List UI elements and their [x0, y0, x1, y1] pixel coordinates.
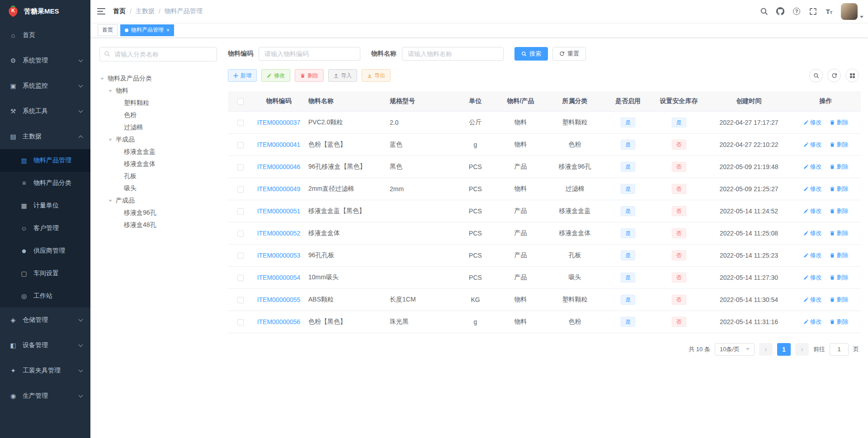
row-checkbox[interactable]	[237, 253, 244, 259]
material-code-link[interactable]: ITEM00000052	[257, 230, 301, 237]
row-checkbox[interactable]	[237, 120, 244, 126]
hamburger-icon[interactable]	[90, 0, 113, 23]
material-code-input[interactable]	[259, 47, 360, 61]
material-code-link[interactable]: ITEM00000054	[257, 274, 301, 281]
sidebar-item[interactable]: 计量单位	[0, 194, 90, 217]
tree-caret-icon[interactable]	[108, 137, 116, 143]
delete-link[interactable]: 删除	[830, 273, 848, 282]
sidebar-item[interactable]: 物料产品分类	[0, 172, 90, 194]
material-code-link[interactable]: ITEM00000051	[257, 207, 301, 215]
tree-node[interactable]: 孔板	[99, 170, 217, 182]
delete-link[interactable]: 删除	[830, 118, 848, 127]
delete-link[interactable]: 删除	[830, 207, 848, 215]
tree-caret-icon[interactable]	[108, 198, 116, 204]
current-page-button[interactable]: 1	[777, 343, 791, 356]
material-code-link[interactable]: ITEM00000053	[257, 252, 301, 259]
breadcrumb-item[interactable]: 主数据	[136, 7, 165, 15]
tree-node[interactable]: 塑料颗粒	[99, 97, 217, 109]
sidebar-item[interactable]: 首页	[0, 23, 90, 48]
delete-link[interactable]: 删除	[830, 296, 848, 304]
sidebar-item[interactable]: 生产管理	[0, 383, 90, 409]
fullscreen-icon[interactable]	[805, 0, 821, 23]
tree-node[interactable]: 移液盒48孔	[99, 219, 217, 231]
import-button[interactable]: 导入	[328, 69, 357, 82]
tree-node[interactable]: 移液盒96孔	[99, 207, 217, 219]
sidebar-item[interactable]: 供应商管理	[0, 240, 90, 262]
avatar[interactable]	[841, 3, 858, 20]
edit-link[interactable]: 修改	[803, 141, 822, 149]
prev-page-button[interactable]	[759, 343, 773, 356]
category-search-input[interactable]	[99, 47, 217, 61]
reset-button[interactable]: 重置	[552, 47, 586, 61]
delete-link[interactable]: 删除	[830, 318, 848, 326]
material-code-link[interactable]: ITEM00000037	[257, 119, 301, 126]
close-tab-icon[interactable]	[166, 28, 170, 33]
page-size-select[interactable]: 10条/页	[715, 343, 755, 356]
github-icon[interactable]	[772, 0, 788, 23]
sidebar-item[interactable]: 系统管理	[0, 48, 90, 73]
sidebar-item[interactable]: 仓储管理	[0, 307, 90, 333]
row-checkbox[interactable]	[237, 186, 244, 193]
tree-node[interactable]: 过滤棉	[99, 121, 217, 133]
tree-node[interactable]: 色粉	[99, 109, 217, 121]
edit-link[interactable]: 修改	[803, 229, 822, 237]
edit-link[interactable]: 修改	[803, 273, 822, 282]
row-checkbox[interactable]	[237, 231, 244, 237]
edit-link[interactable]: 修改	[803, 207, 822, 215]
font-size-icon[interactable]	[821, 0, 837, 23]
delete-link[interactable]: 删除	[830, 163, 848, 171]
row-checkbox[interactable]	[237, 142, 244, 148]
search-icon[interactable]	[756, 0, 772, 23]
tree-node[interactable]: 移液盒盒体	[99, 158, 217, 170]
app-logo[interactable]: K 苦糖果MES	[0, 0, 90, 23]
tree-node[interactable]: 物料	[99, 85, 217, 97]
refresh-button[interactable]	[827, 69, 841, 82]
toggle-search-button[interactable]	[809, 69, 823, 82]
edit-link[interactable]: 修改	[803, 251, 822, 259]
delete-link[interactable]: 删除	[830, 229, 848, 237]
user-menu[interactable]	[841, 0, 863, 23]
columns-toggle-button[interactable]	[845, 69, 859, 82]
material-name-input[interactable]	[402, 47, 504, 61]
row-checkbox[interactable]	[237, 319, 244, 325]
delete-link[interactable]: 删除	[830, 251, 848, 259]
row-checkbox[interactable]	[237, 208, 244, 215]
edit-link[interactable]: 修改	[803, 296, 822, 304]
delete-link[interactable]: 删除	[830, 185, 848, 193]
breadcrumb-item[interactable]: 首页	[113, 7, 136, 15]
material-code-link[interactable]: ITEM00000041	[257, 141, 301, 148]
edit-link[interactable]: 修改	[803, 185, 822, 193]
row-checkbox[interactable]	[237, 275, 244, 281]
tree-caret-icon[interactable]	[108, 88, 116, 94]
edit-link[interactable]: 修改	[803, 318, 822, 326]
tree-node[interactable]: 产成品	[99, 194, 217, 207]
sidebar-item[interactable]: 工作站	[0, 285, 90, 307]
row-checkbox[interactable]	[237, 164, 244, 170]
tree-node[interactable]: 半成品	[99, 133, 217, 146]
tree-node[interactable]: 移液盒盒盖	[99, 146, 217, 158]
delete-button[interactable]: 删除	[295, 69, 324, 82]
search-button[interactable]: 搜索	[514, 47, 548, 61]
delete-link[interactable]: 删除	[830, 141, 848, 149]
edit-link[interactable]: 修改	[803, 118, 822, 127]
next-page-button[interactable]	[795, 343, 809, 356]
help-icon[interactable]	[788, 0, 805, 23]
sidebar-item[interactable]: 系统监控	[0, 73, 90, 99]
sidebar-item[interactable]: 物料产品管理	[0, 149, 90, 172]
add-button[interactable]: 新增	[228, 69, 257, 82]
sidebar-item[interactable]: 主数据	[0, 124, 90, 149]
goto-page-input[interactable]	[830, 343, 849, 356]
sidebar-item[interactable]: 系统工具	[0, 99, 90, 124]
tree-node[interactable]: 物料及产品分类	[99, 72, 217, 85]
material-code-link[interactable]: ITEM00000046	[257, 163, 301, 170]
sidebar-item[interactable]: 车间设置	[0, 262, 90, 285]
edit-button[interactable]: 修改	[261, 69, 290, 82]
tab-home[interactable]: 首页	[98, 24, 118, 36]
breadcrumb-item[interactable]: 物料产品管理	[165, 7, 203, 15]
tab-material-product[interactable]: 物料产品管理	[120, 24, 174, 36]
sidebar-item[interactable]: 客户管理	[0, 217, 90, 240]
row-checkbox[interactable]	[237, 297, 244, 303]
tree-node[interactable]: 吸头	[99, 182, 217, 194]
material-code-link[interactable]: ITEM00000055	[257, 296, 301, 303]
sidebar-item[interactable]: 工装夹具管理	[0, 358, 90, 383]
